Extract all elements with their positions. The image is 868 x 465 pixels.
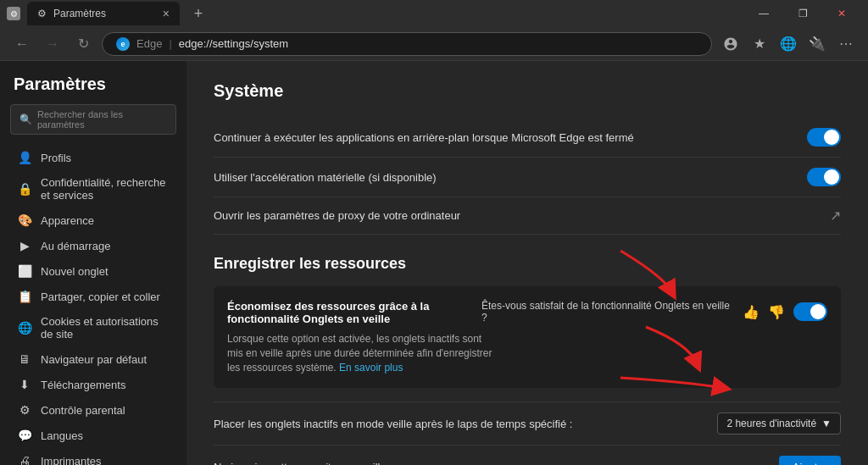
sidebar-item-telechargements[interactable]: ⬇ Téléchargements: [3, 372, 183, 397]
imprimantes-icon: 🖨: [17, 454, 32, 465]
sidebar-label-demarrage: Au démarrage: [41, 240, 110, 252]
search-icon: 🔍: [19, 113, 32, 125]
app-icon: ⚙: [7, 7, 20, 20]
extensions-icon[interactable]: 🔌: [805, 32, 829, 56]
maximize-button[interactable]: ❐: [783, 0, 822, 27]
menu-icon[interactable]: ⋯: [834, 32, 858, 56]
sidebar-label-nouvelonglet: Nouvel onglet: [41, 265, 108, 278]
minimize-button[interactable]: —: [744, 0, 783, 27]
edge-logo-icon: e: [116, 37, 130, 51]
refresh-button[interactable]: ↻: [71, 32, 95, 56]
tab-settings-icon: ⚙: [37, 8, 47, 19]
save-section-title: Enregistrer les ressources: [214, 255, 841, 273]
demarrage-icon: ▶: [17, 239, 32, 252]
tab-close-button[interactable]: ×: [163, 7, 170, 20]
sidebar-item-controle[interactable]: ⚙ Contrôle parental: [3, 397, 183, 423]
system-section-title: Système: [214, 81, 841, 101]
apparence-icon: 🎨: [17, 213, 32, 227]
dropdown-arrow-icon: ▼: [821, 418, 832, 429]
window-controls: — ❐ ✕: [744, 0, 861, 27]
sidebar-item-langues[interactable]: 💬 Langues: [3, 423, 183, 448]
sidebar-item-demarrage[interactable]: ▶ Au démarrage: [3, 233, 183, 258]
sidebar-search[interactable]: 🔍 Rechercher dans les paramètres: [10, 104, 176, 135]
partager-icon: 📋: [17, 290, 32, 303]
title-bar: ⚙ ⚙ Paramètres × + — ❐ ✕: [0, 0, 868, 27]
sidebar-item-partager[interactable]: 📋 Partager, copier et coller: [3, 284, 183, 309]
sidebar-item-profils[interactable]: 👤 Profils: [3, 145, 183, 170]
forward-button[interactable]: →: [41, 32, 64, 56]
cookies-icon: 🌐: [17, 321, 32, 335]
profile-icon[interactable]: [719, 32, 743, 56]
resource-card-toggle[interactable]: [793, 302, 827, 321]
sidebar-label-partager: Partager, copier et coller: [41, 291, 160, 303]
resource-card: Économisez des ressources grâce à la fon…: [214, 286, 841, 388]
sleep-row: Placer les onglets inactifs en mode veil…: [214, 401, 841, 446]
sidebar-label-langues: Langues: [41, 429, 83, 442]
never-veille-row: Ne jamais mettre ces sites en veille Ajo…: [214, 446, 841, 465]
sidebar-label-apparence: Apparence: [41, 214, 94, 227]
resource-card-description: Lorsque cette option est activée, les on…: [227, 332, 498, 374]
address-separator: |: [169, 37, 171, 50]
proxy-label: Ouvrir les paramètres de proxy de votre …: [214, 209, 460, 222]
langues-icon: 💬: [17, 429, 32, 442]
sidebar-label-navigateur: Navigateur par défaut: [41, 353, 147, 366]
address-bar: ← → ↻ e Edge | edge://settings/system ★ …: [0, 27, 868, 61]
sidebar: Paramètres 🔍 Rechercher dans les paramèt…: [0, 61, 186, 465]
edge-label: Edge: [136, 37, 162, 50]
ajouter-button[interactable]: Ajouter: [779, 456, 841, 465]
sidebar-label-telechargements: Téléchargements: [41, 379, 125, 391]
resource-card-title: Économisez des ressources grâce à la fon…: [227, 300, 481, 325]
content-area: Système Continuer à exécuter les applica…: [186, 61, 868, 465]
sidebar-item-nouvelonglet[interactable]: ⬜ Nouvel onglet: [3, 258, 183, 284]
search-placeholder: Rechercher dans les paramètres: [37, 109, 167, 130]
sidebar-item-cookies[interactable]: 🌐 Cookies et autorisations de site: [3, 309, 183, 346]
sidebar-label-cookies: Cookies et autorisations de site: [41, 315, 170, 340]
background-apps-toggle[interactable]: [807, 128, 841, 147]
sidebar-label-profils: Profils: [41, 152, 71, 164]
setting-hardware-accel: Utiliser l'accélération matérielle (si d…: [214, 158, 841, 197]
setting-proxy: Ouvrir les paramètres de proxy de votre …: [214, 197, 841, 235]
address-input[interactable]: e Edge | edge://settings/system: [102, 32, 712, 56]
favorites-icon[interactable]: ★: [748, 32, 771, 56]
proxy-external-link[interactable]: ↗: [830, 208, 841, 224]
background-apps-label: Continuer à exécuter les applications en…: [214, 131, 634, 144]
thumbdown-icon[interactable]: 👎: [768, 304, 785, 320]
nouvelonglet-icon: ⬜: [17, 264, 32, 278]
sidebar-label-confidentialite: Confidentialité, recherche et services: [41, 176, 170, 202]
resource-card-header: Économisez des ressources grâce à la fon…: [227, 300, 827, 325]
sidebar-item-imprimantes[interactable]: 🖨 Imprimantes: [3, 448, 183, 465]
sidebar-label-controle: Contrôle parental: [41, 404, 125, 417]
sidebar-item-confidentialite[interactable]: 🔒 Confidentialité, recherche et services: [3, 170, 183, 208]
sleep-dropdown-value: 2 heures d'inactivité: [726, 418, 816, 429]
sleep-dropdown[interactable]: 2 heures d'inactivité ▼: [717, 412, 841, 435]
collections-icon[interactable]: 🌐: [776, 32, 800, 56]
controle-icon: ⚙: [17, 403, 32, 417]
sidebar-item-navigateur[interactable]: 🖥 Navigateur par défaut: [3, 346, 183, 372]
new-tab-button[interactable]: +: [186, 2, 210, 25]
sidebar-item-apparence[interactable]: 🎨 Apparence: [3, 208, 183, 233]
sidebar-label-imprimantes: Imprimantes: [41, 455, 102, 466]
telechargements-icon: ⬇: [17, 378, 32, 391]
never-veille-label: Ne jamais mettre ces sites en veille: [214, 461, 387, 465]
tab-label: Paramètres: [53, 8, 106, 19]
save-resources-section: Enregistrer les ressources Économisez de…: [214, 255, 841, 465]
sidebar-title: Paramètres: [0, 75, 186, 104]
url-text: edge://settings/system: [179, 37, 288, 50]
close-button[interactable]: ✕: [822, 0, 861, 27]
setting-background-apps: Continuer à exécuter les applications en…: [214, 118, 841, 158]
confidentialite-icon: 🔒: [17, 182, 32, 196]
navigateur-icon: 🖥: [17, 352, 32, 366]
toolbar-icons: ★ 🌐 🔌 ⋯: [719, 32, 858, 56]
sleep-label: Placer les onglets inactifs en mode veil…: [214, 418, 572, 430]
hardware-accel-label: Utiliser l'accélération matérielle (si d…: [214, 171, 437, 184]
thumbup-icon[interactable]: 👍: [743, 304, 760, 320]
profils-icon: 👤: [17, 151, 32, 164]
learn-more-link[interactable]: En savoir plus: [339, 362, 403, 374]
satisfaction-label: Êtes-vous satisfait de la fonctionnalité…: [481, 300, 734, 324]
hardware-accel-toggle[interactable]: [807, 168, 841, 186]
active-tab[interactable]: ⚙ Paramètres ×: [27, 2, 180, 25]
main-layout: Paramètres 🔍 Rechercher dans les paramèt…: [0, 61, 868, 465]
back-button[interactable]: ←: [10, 32, 34, 56]
resource-card-right: Êtes-vous satisfait de la fonctionnalité…: [481, 300, 827, 324]
